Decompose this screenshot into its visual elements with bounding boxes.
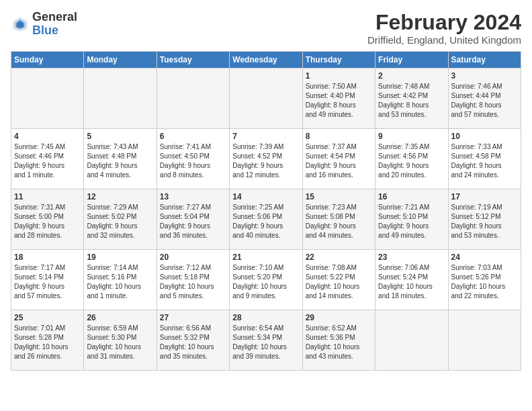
day-info: Sunrise: 7:14 AM Sunset: 5:16 PM Dayligh…: [87, 263, 153, 301]
day-info: Sunrise: 7:03 AM Sunset: 5:26 PM Dayligh…: [451, 263, 518, 301]
calendar-week: 11Sunrise: 7:31 AM Sunset: 5:00 PM Dayli…: [11, 189, 521, 250]
calendar-cell: 9Sunrise: 7:35 AM Sunset: 4:56 PM Daylig…: [375, 129, 448, 189]
calendar-cell: 7Sunrise: 7:39 AM Sunset: 4:52 PM Daylig…: [230, 129, 302, 189]
day-info: Sunrise: 7:29 AM Sunset: 5:02 PM Dayligh…: [87, 203, 153, 240]
calendar-cell: 24Sunrise: 7:03 AM Sunset: 5:26 PM Dayli…: [448, 250, 521, 310]
calendar-cell: 26Sunrise: 6:59 AM Sunset: 5:30 PM Dayli…: [84, 310, 157, 371]
calendar-cell: 12Sunrise: 7:29 AM Sunset: 5:02 PM Dayli…: [84, 189, 157, 250]
calendar-cell: 6Sunrise: 7:41 AM Sunset: 4:50 PM Daylig…: [157, 129, 229, 189]
logo-icon: [11, 15, 30, 34]
weekday-header: Saturday: [448, 52, 521, 68]
day-info: Sunrise: 7:27 AM Sunset: 5:04 PM Dayligh…: [160, 203, 226, 240]
day-info: Sunrise: 7:37 AM Sunset: 4:54 PM Dayligh…: [306, 142, 372, 180]
weekday-row: SundayMondayTuesdayWednesdayThursdayFrid…: [11, 52, 521, 68]
day-info: Sunrise: 7:06 AM Sunset: 5:24 PM Dayligh…: [378, 263, 445, 301]
day-number: 29: [306, 313, 372, 322]
day-number: 22: [306, 253, 372, 262]
day-info: Sunrise: 7:50 AM Sunset: 4:40 PM Dayligh…: [306, 82, 372, 120]
day-number: 3: [451, 71, 518, 81]
calendar-week: 4Sunrise: 7:45 AM Sunset: 4:46 PM Daylig…: [11, 129, 521, 189]
calendar-table: SundayMondayTuesdayWednesdayThursdayFrid…: [11, 51, 521, 371]
day-number: 23: [378, 253, 445, 262]
logo-text: General Blue: [32, 11, 77, 38]
day-number: 8: [306, 132, 372, 141]
calendar-cell: [84, 68, 157, 129]
day-number: 6: [160, 132, 226, 141]
day-info: Sunrise: 7:19 AM Sunset: 5:12 PM Dayligh…: [451, 203, 518, 240]
day-number: 17: [451, 192, 518, 201]
day-number: 18: [14, 253, 81, 262]
calendar-cell: [375, 310, 448, 371]
day-number: 13: [160, 192, 226, 201]
day-number: 2: [378, 71, 445, 81]
calendar-cell: 16Sunrise: 7:21 AM Sunset: 5:10 PM Dayli…: [375, 189, 448, 250]
day-number: 25: [14, 313, 81, 322]
calendar-header: SundayMondayTuesdayWednesdayThursdayFrid…: [11, 52, 521, 68]
calendar-cell: 2Sunrise: 7:48 AM Sunset: 4:42 PM Daylig…: [375, 68, 448, 129]
calendar-cell: [11, 68, 84, 129]
title-area: February 2024 Driffield, England, United…: [367, 11, 521, 46]
calendar-cell: 28Sunrise: 6:54 AM Sunset: 5:34 PM Dayli…: [230, 310, 302, 371]
day-info: Sunrise: 7:43 AM Sunset: 4:48 PM Dayligh…: [87, 142, 153, 180]
month-title: February 2024: [367, 11, 521, 34]
day-info: Sunrise: 6:52 AM Sunset: 5:36 PM Dayligh…: [306, 324, 372, 361]
day-number: 19: [87, 253, 153, 262]
day-info: Sunrise: 7:01 AM Sunset: 5:28 PM Dayligh…: [14, 324, 81, 361]
calendar-cell: 18Sunrise: 7:17 AM Sunset: 5:14 PM Dayli…: [11, 250, 84, 310]
day-info: Sunrise: 7:10 AM Sunset: 5:20 PM Dayligh…: [232, 263, 299, 301]
day-number: 20: [160, 253, 226, 262]
day-number: 9: [378, 132, 445, 141]
day-number: 28: [232, 313, 299, 322]
day-number: 15: [306, 192, 372, 201]
day-number: 11: [14, 192, 81, 201]
calendar-cell: 8Sunrise: 7:37 AM Sunset: 4:54 PM Daylig…: [302, 129, 375, 189]
weekday-header: Wednesday: [230, 52, 302, 68]
weekday-header: Tuesday: [157, 52, 229, 68]
day-info: Sunrise: 7:39 AM Sunset: 4:52 PM Dayligh…: [232, 142, 299, 180]
calendar-cell: 4Sunrise: 7:45 AM Sunset: 4:46 PM Daylig…: [11, 129, 84, 189]
calendar-cell: 21Sunrise: 7:10 AM Sunset: 5:20 PM Dayli…: [230, 250, 302, 310]
calendar-cell: 29Sunrise: 6:52 AM Sunset: 5:36 PM Dayli…: [302, 310, 375, 371]
calendar-cell: [157, 68, 229, 129]
day-number: 4: [14, 132, 81, 141]
calendar-cell: 17Sunrise: 7:19 AM Sunset: 5:12 PM Dayli…: [448, 189, 521, 250]
day-info: Sunrise: 7:45 AM Sunset: 4:46 PM Dayligh…: [14, 142, 81, 180]
day-number: 1: [306, 71, 372, 81]
day-info: Sunrise: 7:12 AM Sunset: 5:18 PM Dayligh…: [160, 263, 226, 301]
calendar-cell: 19Sunrise: 7:14 AM Sunset: 5:16 PM Dayli…: [84, 250, 157, 310]
day-info: Sunrise: 7:41 AM Sunset: 4:50 PM Dayligh…: [160, 142, 226, 180]
day-number: 27: [160, 313, 226, 322]
day-number: 5: [87, 132, 153, 141]
day-info: Sunrise: 7:17 AM Sunset: 5:14 PM Dayligh…: [14, 263, 81, 301]
location: Driffield, England, United Kingdom: [367, 34, 521, 46]
calendar-week: 1Sunrise: 7:50 AM Sunset: 4:40 PM Daylig…: [11, 68, 521, 129]
calendar-week: 25Sunrise: 7:01 AM Sunset: 5:28 PM Dayli…: [11, 310, 521, 371]
day-number: 10: [451, 132, 518, 141]
weekday-header: Thursday: [302, 52, 375, 68]
calendar-week: 18Sunrise: 7:17 AM Sunset: 5:14 PM Dayli…: [11, 250, 521, 310]
calendar-cell: [448, 310, 521, 371]
calendar-cell: 11Sunrise: 7:31 AM Sunset: 5:00 PM Dayli…: [11, 189, 84, 250]
day-info: Sunrise: 6:56 AM Sunset: 5:32 PM Dayligh…: [160, 324, 226, 361]
day-info: Sunrise: 7:21 AM Sunset: 5:10 PM Dayligh…: [378, 203, 445, 240]
day-number: 26: [87, 313, 153, 322]
calendar-cell: 10Sunrise: 7:33 AM Sunset: 4:58 PM Dayli…: [448, 129, 521, 189]
calendar-cell: 22Sunrise: 7:08 AM Sunset: 5:22 PM Dayli…: [302, 250, 375, 310]
day-number: 14: [232, 192, 299, 201]
calendar-cell: 13Sunrise: 7:27 AM Sunset: 5:04 PM Dayli…: [157, 189, 229, 250]
calendar-cell: [230, 68, 302, 129]
day-info: Sunrise: 7:23 AM Sunset: 5:08 PM Dayligh…: [306, 203, 372, 240]
calendar-cell: 25Sunrise: 7:01 AM Sunset: 5:28 PM Dayli…: [11, 310, 84, 371]
header: General Blue February 2024 Driffield, En…: [11, 11, 521, 46]
calendar-cell: 5Sunrise: 7:43 AM Sunset: 4:48 PM Daylig…: [84, 129, 157, 189]
day-info: Sunrise: 7:35 AM Sunset: 4:56 PM Dayligh…: [378, 142, 445, 180]
calendar-cell: 3Sunrise: 7:46 AM Sunset: 4:44 PM Daylig…: [448, 68, 521, 129]
day-info: Sunrise: 7:48 AM Sunset: 4:42 PM Dayligh…: [378, 82, 445, 120]
day-number: 7: [232, 132, 299, 141]
weekday-header: Monday: [84, 52, 157, 68]
calendar-cell: 27Sunrise: 6:56 AM Sunset: 5:32 PM Dayli…: [157, 310, 229, 371]
day-info: Sunrise: 7:33 AM Sunset: 4:58 PM Dayligh…: [451, 142, 518, 180]
calendar-cell: 1Sunrise: 7:50 AM Sunset: 4:40 PM Daylig…: [302, 68, 375, 129]
day-info: Sunrise: 7:08 AM Sunset: 5:22 PM Dayligh…: [306, 263, 372, 301]
day-info: Sunrise: 6:59 AM Sunset: 5:30 PM Dayligh…: [87, 324, 153, 361]
